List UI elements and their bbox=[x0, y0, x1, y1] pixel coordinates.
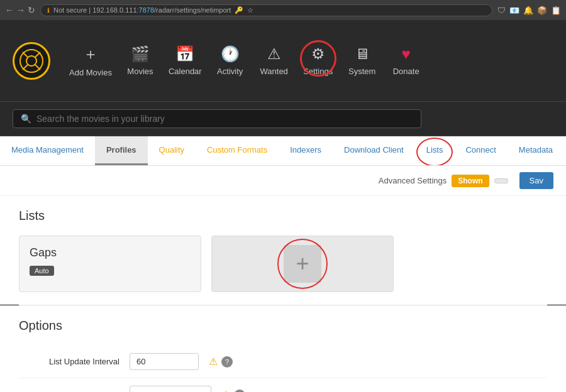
browser-bar: ← → ↻ ℹ Not secure | 192.168.0.111:7878/… bbox=[0, 0, 566, 20]
add-movies-icon: ＋ bbox=[83, 44, 98, 64]
refresh-button[interactable]: ↻ bbox=[28, 5, 35, 15]
clean-library-level-icons: ⚠ ? bbox=[221, 389, 245, 392]
search-input-wrapper: 🔍 bbox=[13, 109, 421, 128]
tab-media-management[interactable]: Media Management bbox=[0, 136, 95, 165]
star-icon: ☆ bbox=[247, 6, 253, 14]
movies-icon: 🎬 bbox=[131, 45, 150, 63]
forward-button[interactable]: → bbox=[16, 5, 25, 15]
wanted-icon: ⚠ bbox=[267, 45, 281, 63]
add-list-icon: + bbox=[284, 245, 321, 283]
list-update-interval-label: List Update Interval bbox=[19, 357, 119, 366]
app-header: ＋ Add Movies 🎬 Movies 📅 Calendar 🕐 Activ… bbox=[0, 20, 566, 102]
tab-custom-formats[interactable]: Custom Formats bbox=[196, 136, 279, 165]
calendar-icon: 📅 bbox=[175, 45, 194, 63]
nav-settings-label: Settings bbox=[303, 67, 333, 76]
tab-media-management-label: Media Management bbox=[11, 145, 84, 155]
security-icon: ℹ bbox=[47, 7, 50, 14]
list-item-badge: Auto bbox=[30, 266, 54, 276]
list-item-title: Gaps bbox=[30, 246, 191, 259]
settings-navigation: Media Management Profiles Quality Custom… bbox=[0, 136, 566, 166]
browser-toolbar-icons: 🛡 📧 🔔 📦 📋 bbox=[497, 6, 561, 15]
tab-profiles[interactable]: Profiles bbox=[95, 136, 148, 165]
app-logo[interactable] bbox=[13, 42, 50, 80]
tab-metadata-label: Metadata bbox=[519, 145, 553, 155]
lists-section-title: Lists bbox=[19, 209, 547, 223]
lists-cards-row: Gaps Auto + bbox=[19, 236, 547, 292]
activity-icon: 🕐 bbox=[221, 45, 240, 63]
donate-icon: ♥ bbox=[402, 45, 411, 63]
advanced-settings-bar: Advanced Settings Shown Sav bbox=[0, 166, 566, 196]
browser-url-bar[interactable]: ℹ Not secure | 192.168.0.111:7878/radarr… bbox=[40, 4, 492, 16]
tab-metadata[interactable]: Metadata bbox=[508, 136, 564, 165]
tab-quality[interactable]: Quality bbox=[148, 136, 196, 165]
ext-icon-5: 📋 bbox=[551, 6, 561, 15]
key-icon: 🔑 bbox=[235, 6, 243, 14]
nav-donate-label: Donate bbox=[393, 67, 419, 76]
options-section-title: Options bbox=[19, 318, 547, 333]
add-list-card[interactable]: + bbox=[211, 236, 394, 292]
search-bar-container: 🔍 bbox=[0, 102, 566, 136]
main-navigation: ＋ Add Movies 🎬 Movies 📅 Calendar 🕐 Activ… bbox=[69, 44, 422, 77]
list-update-interval-input[interactable] bbox=[130, 353, 199, 370]
tab-connect[interactable]: Connect bbox=[454, 136, 507, 165]
tab-custom-formats-label: Custom Formats bbox=[207, 145, 267, 155]
ext-icon-2: 📧 bbox=[509, 6, 519, 15]
nav-movies-label: Movies bbox=[127, 67, 153, 76]
tab-connect-label: Connect bbox=[465, 145, 496, 155]
back-button[interactable]: ← bbox=[5, 5, 14, 15]
save-button[interactable]: Sav bbox=[519, 172, 553, 189]
advanced-settings-label: Advanced Settings bbox=[379, 176, 447, 185]
options-section: Options List Update Interval ⚠ ? Clean L… bbox=[0, 305, 566, 392]
nav-add-movies-label: Add Movies bbox=[69, 68, 112, 77]
system-icon: 🖥 bbox=[355, 45, 370, 63]
list-update-interval-icons: ⚠ ? bbox=[209, 356, 233, 368]
browser-navigation[interactable]: ← → ↻ bbox=[5, 5, 35, 15]
nav-donate[interactable]: ♥ Donate bbox=[391, 45, 422, 76]
tab-indexers[interactable]: Indexers bbox=[279, 136, 333, 165]
list-update-interval-row: List Update Interval ⚠ ? bbox=[19, 346, 547, 378]
search-icon: 🔍 bbox=[21, 114, 31, 124]
search-input[interactable] bbox=[36, 114, 413, 124]
nav-calendar[interactable]: 📅 Calendar bbox=[169, 45, 202, 76]
tab-download-client-label: Download Client bbox=[344, 145, 404, 155]
nav-movies[interactable]: 🎬 Movies bbox=[125, 45, 156, 76]
ext-icon-4: 📦 bbox=[537, 6, 547, 15]
nav-activity[interactable]: 🕐 Activity bbox=[214, 45, 246, 76]
advanced-hidden-button[interactable] bbox=[494, 178, 508, 183]
warning-icon-2: ⚠ bbox=[221, 389, 230, 392]
tab-quality-label: Quality bbox=[159, 145, 184, 155]
advanced-shown-badge[interactable]: Shown bbox=[452, 175, 489, 187]
warning-icon: ⚠ bbox=[209, 356, 218, 368]
tab-download-client[interactable]: Download Client bbox=[333, 136, 415, 165]
lists-section: Lists Gaps Auto + bbox=[0, 196, 566, 305]
clean-library-level-select[interactable]: Disabled LogOnly KeepAndUnmonitor Remove… bbox=[130, 386, 211, 392]
ext-icon-1: 🛡 bbox=[497, 6, 506, 15]
nav-activity-label: Activity bbox=[217, 67, 243, 76]
nav-calendar-label: Calendar bbox=[169, 67, 202, 76]
nav-add-movies[interactable]: ＋ Add Movies bbox=[69, 44, 112, 77]
tab-indexers-label: Indexers bbox=[290, 145, 321, 155]
tab-profiles-label: Profiles bbox=[106, 145, 136, 155]
ext-icon-3: 🔔 bbox=[523, 6, 533, 15]
nav-system-label: System bbox=[348, 67, 375, 76]
nav-wanted[interactable]: ⚠ Wanted bbox=[258, 45, 290, 76]
tab-lists[interactable]: Lists bbox=[415, 136, 455, 165]
clean-library-level-row: Clean Library Level Disabled LogOnly Kee… bbox=[19, 378, 547, 392]
settings-icon: ⚙ bbox=[311, 45, 325, 63]
help-icon-2[interactable]: ? bbox=[234, 389, 245, 393]
url-text: Not secure | 192.168.0.111:7878/radarr/s… bbox=[53, 6, 231, 14]
nav-settings[interactable]: ⚙ Settings bbox=[302, 45, 334, 76]
list-item[interactable]: Gaps Auto bbox=[19, 236, 201, 292]
help-icon[interactable]: ? bbox=[221, 356, 233, 368]
tab-lists-label: Lists bbox=[426, 145, 443, 155]
nav-system[interactable]: 🖥 System bbox=[347, 45, 378, 76]
nav-wanted-label: Wanted bbox=[260, 67, 288, 76]
